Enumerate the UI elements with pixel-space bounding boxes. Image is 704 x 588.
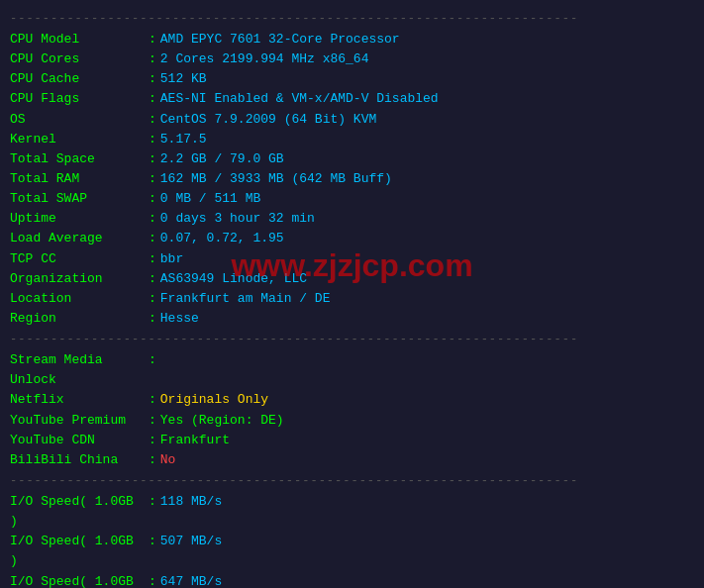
row-total-swap: Total SWAP : 0 MB / 511 MB [10,189,694,209]
label-organization: Organization [10,269,149,289]
value-tcp-cc: bbr [160,249,183,269]
label-tcp-cc: TCP CC [10,249,149,269]
row-tcp-cc: TCP CC : bbr [10,249,694,269]
stream-media-section: Stream Media Unlock : Netflix : Original… [10,350,694,470]
label-stream-media: Stream Media Unlock [10,350,149,390]
label-cpu-flags: CPU Flags [10,89,149,109]
row-cpu-flags: CPU Flags : AES-NI Enabled & VM-x/AMD-V … [10,89,694,109]
label-region: Region [10,309,149,329]
row-region: Region : Hesse [10,309,694,329]
label-total-ram: Total RAM [10,169,149,189]
label-io-3: I/O Speed( 1.0GB ) [10,572,149,588]
label-cpu-cores: CPU Cores [10,49,149,69]
label-cpu-model: CPU Model [10,30,149,49]
value-total-space: 2.2 GB / 79.0 GB [160,149,284,169]
label-kernel: Kernel [10,130,149,149]
system-info-section: CPU Model : AMD EPYC 7601 32-Core Proces… [10,30,694,329]
value-location: Frankfurt am Main / DE [160,289,331,309]
divider-top: ----------------------------------------… [10,12,694,26]
row-youtube-cdn: YouTube CDN : Frankfurt [10,431,694,450]
value-load-average: 0.07, 0.72, 1.95 [160,229,284,248]
label-cpu-cache: CPU Cache [10,69,149,89]
row-youtube-premium: YouTube Premium : Yes (Region: DE) [10,411,694,431]
label-netflix: Netflix [10,390,149,410]
value-total-ram: 162 MB / 3933 MB (642 MB Buff) [160,169,392,189]
label-youtube-premium: YouTube Premium [10,411,149,431]
row-cpu-cache: CPU Cache : 512 KB [10,69,694,89]
value-os: CentOS 7.9.2009 (64 Bit) KVM [160,110,376,130]
row-organization: Organization : AS63949 Linode, LLC [10,269,694,289]
row-io-2: I/O Speed( 1.0GB ) : 507 MB/s [10,532,694,571]
value-io-3: 647 MB/s [160,572,222,588]
io-speed-section: I/O Speed( 1.0GB ) : 118 MB/s I/O Speed(… [10,492,694,588]
value-io-2: 507 MB/s [160,532,222,571]
label-load-average: Load Average [10,229,149,248]
value-cpu-model: AMD EPYC 7601 32-Core Processor [160,30,400,49]
row-netflix: Netflix : Originals Only [10,390,694,410]
row-bilibili: BiliBili China : No [10,450,694,470]
value-total-swap: 0 MB / 511 MB [160,189,260,209]
value-cpu-flags: AES-NI Enabled & VM-x/AMD-V Disabled [160,89,439,109]
label-youtube-cdn: YouTube CDN [10,431,149,450]
row-total-space: Total Space : 2.2 GB / 79.0 GB [10,149,694,169]
label-uptime: Uptime [10,209,149,229]
value-uptime: 0 days 3 hour 32 min [160,209,315,229]
row-io-1: I/O Speed( 1.0GB ) : 118 MB/s [10,492,694,532]
row-kernel: Kernel : 5.17.5 [10,130,694,149]
row-cpu-model: CPU Model : AMD EPYC 7601 32-Core Proces… [10,30,694,49]
row-os: OS : CentOS 7.9.2009 (64 Bit) KVM [10,110,694,130]
label-os: OS [10,110,149,130]
value-youtube-premium: Yes (Region: DE) [160,411,284,431]
row-stream-title: Stream Media Unlock : [10,350,694,390]
row-uptime: Uptime : 0 days 3 hour 32 min [10,209,694,229]
row-cpu-cores: CPU Cores : 2 Cores 2199.994 MHz x86_64 [10,49,694,69]
label-bilibili: BiliBili China [10,450,149,470]
row-location: Location : Frankfurt am Main / DE [10,289,694,309]
value-netflix: Originals Only [160,390,268,410]
divider-2: ----------------------------------------… [10,333,694,346]
value-bilibili: No [160,450,176,470]
value-cpu-cache: 512 KB [160,69,207,89]
value-cpu-cores: 2 Cores 2199.994 MHz x86_64 [160,49,369,69]
row-io-3: I/O Speed( 1.0GB ) : 647 MB/s [10,572,694,588]
label-total-space: Total Space [10,149,149,169]
label-total-swap: Total SWAP [10,189,149,209]
value-region: Hesse [160,309,199,329]
label-io-2: I/O Speed( 1.0GB ) [10,532,149,571]
value-organization: AS63949 Linode, LLC [160,269,307,289]
value-kernel: 5.17.5 [160,130,207,149]
divider-3: ----------------------------------------… [10,474,694,488]
value-youtube-cdn: Frankfurt [160,431,230,450]
label-io-1: I/O Speed( 1.0GB ) [10,492,149,532]
row-total-ram: Total RAM : 162 MB / 3933 MB (642 MB Buf… [10,169,694,189]
value-io-1: 118 MB/s [160,492,222,532]
row-load-average: Load Average : 0.07, 0.72, 1.95 [10,229,694,248]
label-location: Location [10,289,149,309]
